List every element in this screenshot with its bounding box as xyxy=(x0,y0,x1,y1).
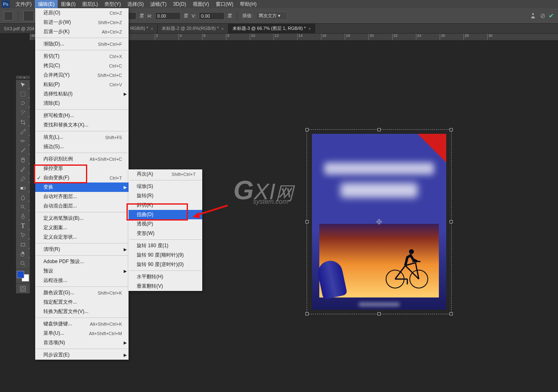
zoom-tool[interactable] xyxy=(16,259,30,268)
brush-tool[interactable] xyxy=(16,146,30,155)
path-selection-tool[interactable] xyxy=(16,230,30,240)
menu-item[interactable]: 首选项(N)▶ xyxy=(35,338,129,347)
menu-filter[interactable]: 滤镜(T) xyxy=(147,0,169,9)
menu-item[interactable]: 变形(W) xyxy=(129,229,202,238)
quick-mask-toggle[interactable] xyxy=(16,284,30,293)
rectangle-tool[interactable] xyxy=(16,240,30,249)
handle-top-right[interactable] xyxy=(450,128,453,131)
menu-item[interactable]: 键盘快捷键...Alt+Shift+Ctrl+K xyxy=(35,319,129,329)
handle-bottom-center[interactable] xyxy=(377,312,381,315)
menu-item[interactable]: 扭曲(D) xyxy=(129,210,202,219)
hand-tool[interactable] xyxy=(16,249,30,259)
menu-item[interactable]: 透视(P) xyxy=(129,219,202,229)
canvas-image[interactable] xyxy=(312,134,446,310)
blur-tool[interactable] xyxy=(16,193,30,202)
menu-item[interactable]: 旋转(R) xyxy=(129,191,202,201)
document-tab[interactable]: 未标题-2 @ 20.6%(RGB/8) *× xyxy=(158,24,228,33)
close-icon[interactable]: × xyxy=(308,26,311,31)
eraser-tool[interactable] xyxy=(16,174,30,183)
menu-help[interactable]: 帮助(H) xyxy=(237,0,260,9)
menu-item[interactable]: ✓自由变换(F)Ctrl+T xyxy=(35,173,129,182)
menu-item[interactable]: 粘贴(P)Ctrl+V xyxy=(35,80,129,89)
menu-item[interactable]: 颜色设置(G)...Shift+Ctrl+K xyxy=(35,288,129,297)
menu-item[interactable]: 指定配置文件... xyxy=(35,297,129,307)
menu-item[interactable]: 清理(R)▶ xyxy=(35,245,129,254)
menu-item[interactable]: 变换▶ xyxy=(35,182,129,192)
healing-brush-tool[interactable] xyxy=(16,136,30,146)
dodge-tool[interactable] xyxy=(16,202,30,212)
menu-item[interactable]: 再次(A)Shift+Ctrl+T xyxy=(129,169,202,179)
menu-item[interactable]: 自动对齐图层... xyxy=(35,192,129,201)
menu-item[interactable]: 预设▶ xyxy=(35,266,129,276)
menu-item[interactable]: 还原(O)Ctrl+Z xyxy=(35,8,129,18)
h-skew-field[interactable] xyxy=(155,12,181,20)
handle-bottom-left[interactable] xyxy=(305,312,309,315)
commit-transform-icon[interactable]: ✔ xyxy=(549,12,554,20)
gradient-tool[interactable] xyxy=(16,183,30,193)
type-tool[interactable]: T xyxy=(16,221,30,230)
menu-edit[interactable]: 编辑(E) xyxy=(35,0,58,9)
menu-item[interactable]: 旋转 180 度(1) xyxy=(129,241,202,250)
menu-item[interactable]: 旋转 90 度(顺时针)(9) xyxy=(129,250,202,260)
menu-item[interactable]: 描边(S)... xyxy=(35,142,129,151)
document-tab[interactable]: 5X3.pdf @ 204 xyxy=(0,24,39,33)
menu-item[interactable]: 合并拷贝(Y)Shift+Ctrl+C xyxy=(35,70,129,80)
menu-item[interactable]: 水平翻转(H) xyxy=(129,272,202,282)
menu-item[interactable]: 前进一步(W)Shift+Ctrl+Z xyxy=(35,18,129,27)
foreground-color[interactable] xyxy=(17,271,24,278)
menu-item[interactable]: 内容识别比例Alt+Shift+Ctrl+C xyxy=(35,154,129,164)
toolbox-grip[interactable]: ≡ ▸ xyxy=(16,75,30,79)
menu-item[interactable]: 渐隐(D)...Shift+Ctrl+F xyxy=(35,39,129,49)
handle-mid-left[interactable] xyxy=(305,220,309,223)
lasso-tool[interactable] xyxy=(16,99,30,108)
menu-item[interactable]: 后退一步(K)Alt+Ctrl+Z xyxy=(35,27,129,36)
color-swatches[interactable] xyxy=(17,271,29,282)
eyedropper-tool[interactable] xyxy=(16,127,30,136)
menu-select[interactable]: 选择(S) xyxy=(124,0,147,9)
v-skew-field[interactable] xyxy=(199,12,224,20)
handle-top-center[interactable] xyxy=(377,128,381,131)
menu-item[interactable]: 垂直翻转(V) xyxy=(129,282,202,291)
warp-person-icon[interactable] xyxy=(529,12,537,20)
menu-view[interactable]: 视图(V) xyxy=(190,0,212,9)
menu-layer[interactable]: 图层(L) xyxy=(79,0,102,9)
menu-item[interactable]: Adobe PDF 预设... xyxy=(35,257,129,266)
magic-wand-tool[interactable] xyxy=(16,108,30,117)
menu-item[interactable]: 清除(E) xyxy=(35,99,129,108)
close-icon[interactable]: × xyxy=(151,26,153,31)
handle-mid-right[interactable] xyxy=(450,220,453,223)
history-brush-tool[interactable] xyxy=(16,164,30,174)
crop-tool[interactable] xyxy=(16,117,30,127)
close-icon[interactable]: × xyxy=(221,26,224,31)
menu-3d[interactable]: 3D(D) xyxy=(170,0,190,8)
menu-image[interactable]: 图像(I) xyxy=(58,0,79,9)
pen-tool[interactable] xyxy=(16,212,30,221)
menu-item[interactable]: 远程连接... xyxy=(35,276,129,285)
marquee-tool[interactable] xyxy=(16,89,30,99)
handle-top-left[interactable] xyxy=(305,128,309,131)
menu-item[interactable]: 旋转 90 度(逆时针)(0) xyxy=(129,260,202,269)
cancel-transform-icon[interactable]: ⊘ xyxy=(540,12,545,20)
menu-item[interactable]: 操控变形 xyxy=(35,164,129,173)
menu-item[interactable]: 斜切(K) xyxy=(129,201,202,210)
menu-item[interactable]: 剪切(T)Ctrl+X xyxy=(35,52,129,61)
menu-item[interactable]: 拼写检查(H)... xyxy=(35,111,129,120)
menu-item[interactable]: 定义自定形状... xyxy=(35,232,129,242)
menu-type[interactable]: 类型(Y) xyxy=(101,0,124,9)
menu-item[interactable]: 菜单(U)...Alt+Shift+Ctrl+M xyxy=(35,329,129,338)
menu-item[interactable]: 转换为配置文件(V)... xyxy=(35,307,129,316)
menu-file[interactable]: 文件(F) xyxy=(12,0,35,9)
tool-preset-icon[interactable] xyxy=(4,11,13,20)
menu-item[interactable]: 查找和替换文本(X)... xyxy=(35,120,129,130)
handle-bottom-right[interactable] xyxy=(450,312,453,315)
menu-item[interactable]: 定义画笔预设(B)... xyxy=(35,214,129,223)
menu-item[interactable]: 填充(L)...Shift+F5 xyxy=(35,133,129,142)
menu-item[interactable]: 拷贝(C)Ctrl+C xyxy=(35,61,129,70)
move-tool[interactable] xyxy=(16,80,30,89)
menu-item[interactable]: 自动混合图层... xyxy=(35,201,129,211)
menu-item[interactable]: 缩放(S) xyxy=(129,182,202,191)
menu-window[interactable]: 窗口(W) xyxy=(212,0,237,9)
menu-item[interactable]: 选择性粘贴(I)▶ xyxy=(35,89,129,99)
menu-item[interactable]: 定义图案... xyxy=(35,223,129,232)
clone-stamp-tool[interactable] xyxy=(16,155,30,164)
